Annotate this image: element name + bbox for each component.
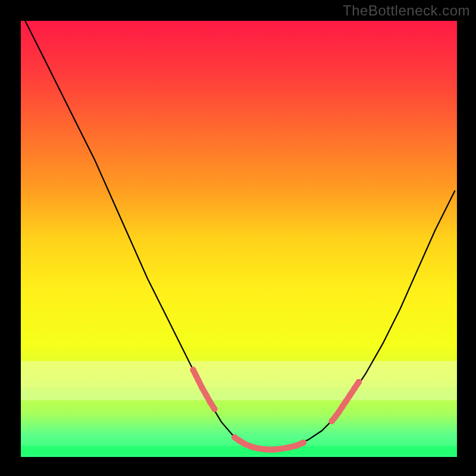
highlight-band-2 <box>21 446 457 455</box>
chart-frame: TheBottleneck.com <box>0 0 476 476</box>
watermark-label: TheBottleneck.com <box>343 2 470 19</box>
highlight-band-1 <box>21 387 457 400</box>
dash-right-seg <box>355 382 359 389</box>
dash-bottom-seg <box>296 443 303 446</box>
highlight-band-0 <box>21 361 457 387</box>
chart-canvas <box>0 0 476 476</box>
dash-left-seg <box>210 402 214 409</box>
